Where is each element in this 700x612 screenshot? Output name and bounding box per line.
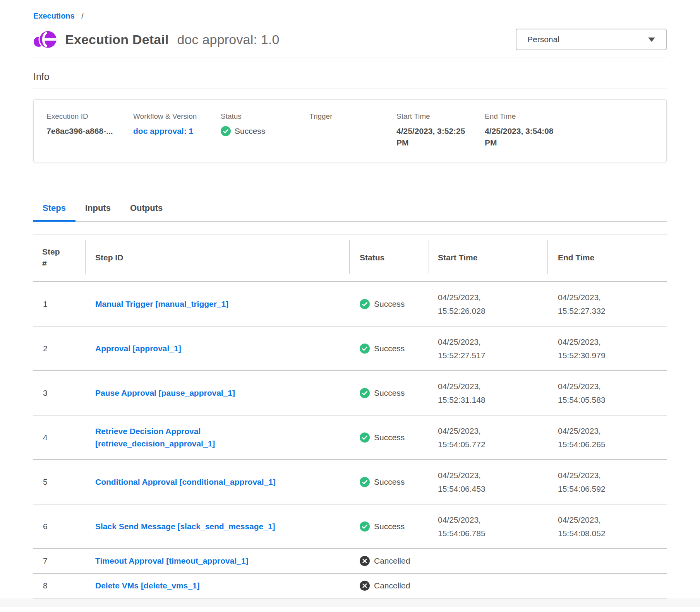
step-id-link[interactable]: Delete VMs [delete_vms_1] (95, 580, 200, 592)
scope-dropdown-value: Personal (527, 35, 559, 44)
column-header: Status (350, 234, 429, 281)
breadcrumb-executions-link[interactable]: Executions (33, 12, 75, 20)
step-end-time-cell (548, 549, 667, 573)
step-id-link[interactable]: Conditional Approval [conditional_approv… (95, 476, 276, 488)
step-id-link[interactable]: Manual Trigger [manual_trigger_1] (95, 298, 228, 310)
chevron-down-icon (648, 38, 655, 42)
page-subtitle: doc approval: 1.0 (177, 32, 279, 47)
step-id-link[interactable]: Pause Approval [pause_approval_1] (95, 387, 235, 399)
step-end-time-cell: 04/25/2023,15:54:06.265 (548, 415, 667, 459)
info-field-label: Workflow & Version (133, 111, 221, 121)
step-end-time-cell: 04/25/2023,15:52:30.979 (548, 327, 667, 370)
step-number-cell: 5 (33, 460, 86, 504)
info-field-value: 4/25/2023, 3:54:08 PM (485, 125, 562, 149)
step-start-time-cell: 04/25/2023,15:52:31.148 (429, 371, 548, 415)
page-title: Execution Detail (65, 32, 169, 47)
page-header: Execution Detail doc approval: 1.0 Perso… (33, 28, 667, 51)
info-field-label: Trigger (309, 111, 396, 121)
page-bottom-strip (0, 598, 700, 607)
success-check-icon (221, 126, 231, 136)
workflow-logo-icon (33, 28, 58, 51)
status-text: Success (374, 344, 405, 353)
info-field-value: 4/25/2023, 3:52:25 PM (396, 125, 474, 149)
step-id-link[interactable]: Retrieve Decision Approval [retrieve_dec… (95, 425, 316, 450)
info-divider (33, 89, 667, 89)
step-number-cell: 7 (33, 549, 86, 573)
step-status-cell: Success (350, 282, 429, 326)
step-status-cell: Success (350, 371, 429, 415)
step-start-time-cell (429, 549, 548, 573)
scope-dropdown[interactable]: Personal (516, 29, 667, 50)
info-field-label: Execution ID (46, 111, 133, 121)
step-number-cell: 4 (33, 415, 86, 459)
steps-table: Step #Step IDStatusStart TimeEnd Time 1 … (33, 234, 667, 598)
step-id-link[interactable]: Approval [approval_1] (95, 342, 181, 355)
step-status-cell: Success (350, 327, 429, 370)
info-field-value: Success (221, 125, 309, 137)
info-field: End Time 4/25/2023, 3:54:08 PM (485, 111, 654, 149)
info-field: Trigger (309, 111, 396, 149)
tab-steps[interactable]: Steps (33, 199, 75, 222)
step-number-cell: 6 (33, 504, 86, 548)
success-check-icon (360, 344, 370, 354)
execution-detail-page: Executions / Execution Detail doc approv… (0, 0, 700, 598)
breadcrumb: Executions / (33, 12, 667, 21)
step-number-cell: 8 (33, 574, 86, 598)
info-heading: Info (33, 71, 667, 82)
column-header: Step ID (86, 234, 350, 281)
tab-outputs[interactable]: Outputs (120, 199, 172, 221)
info-field-label: Status (221, 111, 309, 121)
column-header: Start Time (429, 234, 548, 281)
success-check-icon (360, 521, 370, 532)
step-end-time-cell: 04/25/2023,15:54:06.592 (548, 460, 667, 504)
step-status-cell: Success (350, 504, 429, 548)
table-row: 2 Approval [approval_1] Success 04/25/20… (33, 327, 667, 371)
step-end-time-cell (548, 574, 667, 598)
step-end-time-cell: 04/25/2023,15:54:05.583 (548, 371, 667, 415)
column-header: Step # (33, 234, 86, 281)
step-number-cell: 2 (33, 327, 86, 370)
step-number-cell: 1 (33, 282, 86, 326)
step-start-time-cell: 04/25/2023,15:52:27.517 (429, 327, 548, 370)
step-status-cell: Success (350, 460, 429, 504)
table-row: 1 Manual Trigger [manual_trigger_1] Succ… (33, 282, 667, 327)
table-row: 6 Slack Send Message [slack_send_message… (33, 504, 667, 549)
success-check-icon (360, 433, 370, 443)
status-text: Cancelled (374, 581, 410, 590)
table-row: 7 Timeout Approval [timeout_approval_1] … (33, 549, 667, 574)
table-body: 1 Manual Trigger [manual_trigger_1] Succ… (33, 282, 667, 598)
table-header-row: Step #Step IDStatusStart TimeEnd Time (33, 234, 667, 282)
success-check-icon (360, 299, 370, 309)
breadcrumb-separator: / (81, 12, 84, 20)
success-check-icon (360, 477, 370, 487)
step-end-time-cell: 04/25/2023,15:52:27.332 (548, 282, 667, 326)
table-row: 5 Conditional Approval [conditional_appr… (33, 460, 667, 504)
step-start-time-cell: 04/25/2023,15:54:05.772 (429, 415, 548, 459)
step-status-cell: Cancelled (350, 549, 429, 573)
table-row: 3 Pause Approval [pause_approval_1] Succ… (33, 371, 667, 415)
step-status-cell: Cancelled (350, 574, 429, 598)
step-start-time-cell: 04/25/2023,15:54:06.785 (429, 504, 548, 548)
info-field-value: 7e8ac396-a868-... (46, 125, 124, 137)
success-check-icon (360, 388, 370, 398)
tab-bar: StepsInputsOutputs (33, 199, 667, 222)
header-divider (33, 58, 667, 58)
table-row: 8 Delete VMs [delete_vms_1] Cancelled (33, 574, 667, 598)
status-text: Success (374, 299, 405, 309)
status-text: Cancelled (374, 556, 410, 566)
info-field-value[interactable]: doc approval: 1 (133, 125, 211, 137)
title-group: Execution Detail doc approval: 1.0 (33, 28, 280, 51)
step-id-link[interactable]: Timeout Approval [timeout_approval_1] (95, 555, 249, 567)
step-status-cell: Success (350, 415, 429, 459)
step-start-time-cell: 04/25/2023,15:54:06.453 (429, 460, 548, 504)
status-text: Success (374, 522, 405, 531)
info-field: Start Time 4/25/2023, 3:52:25 PM (396, 111, 485, 149)
step-id-link[interactable]: Slack Send Message [slack_send_message_1… (95, 520, 275, 533)
status-text: Success (374, 433, 405, 442)
step-start-time-cell: 04/25/2023,15:52:26.028 (429, 282, 548, 326)
info-field-label: Start Time (396, 111, 485, 121)
tab-inputs[interactable]: Inputs (75, 199, 120, 221)
step-start-time-cell (429, 574, 548, 598)
cancelled-x-icon (360, 556, 370, 566)
info-field: Workflow & Version doc approval: 1 (133, 111, 221, 149)
